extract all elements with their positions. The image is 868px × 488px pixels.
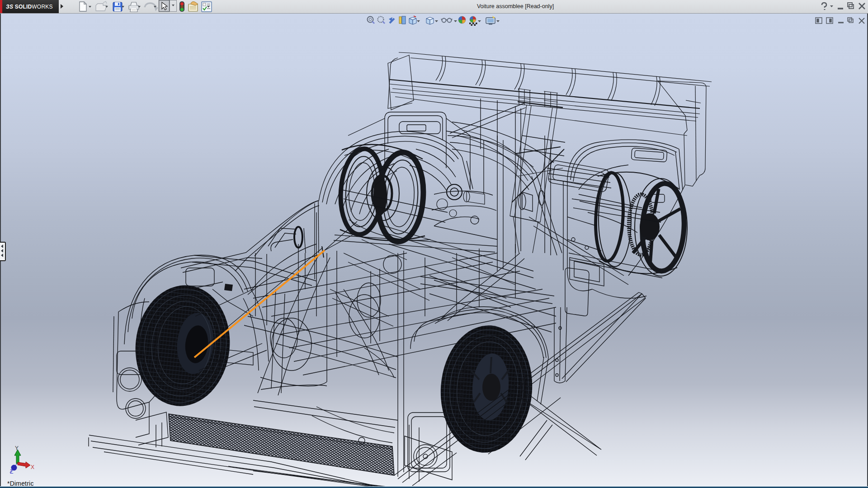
svg-text:X: X <box>31 464 34 470</box>
svg-text:Z: Z <box>10 469 13 475</box>
svg-text:Y: Y <box>15 445 19 451</box>
